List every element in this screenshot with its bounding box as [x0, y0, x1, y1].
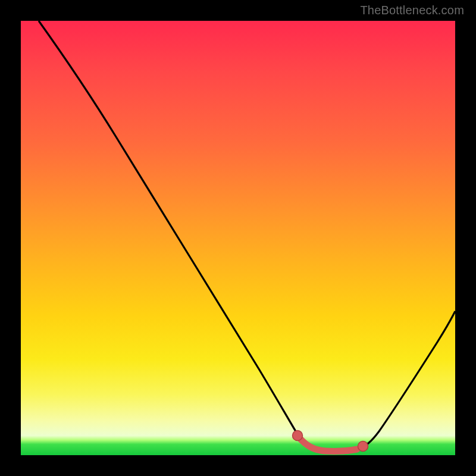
optimal-range-highlight	[298, 436, 357, 451]
bottleneck-curve	[39, 21, 455, 451]
chart-stage: TheBottleneck.com	[0, 0, 476, 476]
optimal-end-marker	[358, 441, 368, 452]
curve-layer	[21, 21, 455, 455]
plot-area	[21, 21, 455, 455]
watermark-text: TheBottleneck.com	[360, 4, 464, 17]
optimal-start-marker	[293, 431, 303, 441]
